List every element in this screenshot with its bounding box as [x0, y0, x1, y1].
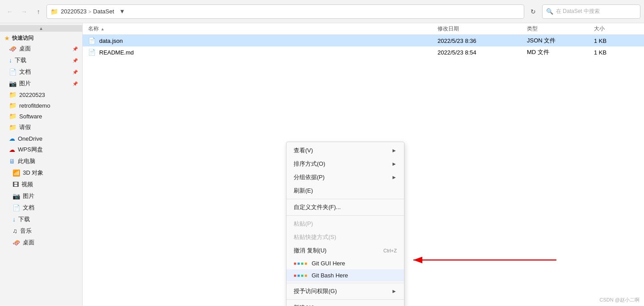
file-label-data-json: data.json	[99, 38, 123, 44]
watermark: CSDN @赵小二啊	[600, 297, 640, 303]
pictures-pc-icon: 📷	[13, 193, 20, 200]
sidebar-item-documents[interactable]: 📄 文档 📌	[0, 66, 82, 78]
ctx-label-undo: 撤消 复制(U)	[294, 247, 327, 255]
up-button[interactable]: ↑	[32, 5, 45, 18]
ctx-label-git-bash: Git Bash Here	[311, 272, 348, 279]
search-placeholder: 在 DataSet 中搜索	[556, 8, 600, 15]
sidebar-item-software[interactable]: 📁 Software	[0, 111, 82, 122]
col-modified-label: 修改日期	[438, 25, 459, 33]
sidebar-item-onedrive[interactable]: ☁ OneDrive	[0, 133, 82, 144]
ctx-label-paste-shortcut: 粘贴快捷方式(S)	[294, 233, 336, 241]
ctx-item-refresh[interactable]: 刷新(E)	[286, 184, 404, 197]
quick-access-section: ★ 快速访问	[0, 32, 82, 43]
context-menu: 查看(V) ► 排序方式(O) ► 分组依据(P) ► 刷新(E) 自定义文件夹…	[286, 142, 404, 306]
ctx-item-new[interactable]: 新建(W) ►	[286, 301, 404, 306]
downloads-pc-icon: ↓	[13, 216, 16, 223]
git-gui-icon: ■■■■	[294, 261, 307, 266]
desktop-pc-icon: 🛷	[13, 239, 20, 246]
col-name-label: 名称	[88, 25, 99, 33]
address-crumb: 20220523 > DataSet	[61, 8, 114, 15]
col-type[interactable]: 类型	[527, 25, 594, 33]
documents-icon: 📄	[9, 68, 17, 75]
sidebar-item-label-onedrive: OneDrive	[18, 135, 42, 142]
sidebar-item-label-desktop-pc: 桌面	[23, 239, 34, 247]
ctx-item-customize[interactable]: 自定义文件夹(F)...	[286, 201, 404, 214]
ctx-label-grant: 授予访问权限(G)	[294, 287, 337, 295]
file-row-readme[interactable]: 📄 README.md 2022/5/23 8:54 MD 文件 1 KB	[83, 46, 644, 58]
sidebar-item-desktop[interactable]: 🛷 桌面 📌	[0, 43, 82, 54]
sort-arrow-name: ▲	[101, 27, 105, 31]
sidebar-item-label-software: Software	[19, 113, 42, 120]
folder-icon-4: 📁	[9, 124, 17, 131]
ctx-item-paste-shortcut[interactable]: 粘贴快捷方式(S)	[286, 231, 404, 244]
file-type-data-json: JSON 文件	[527, 37, 594, 45]
address-folder-icon: 📁	[51, 8, 58, 15]
video-icon: 🎞	[13, 181, 19, 188]
file-row-data-json[interactable]: 📄 data.json 2022/5/23 8:36 JSON 文件 1 KB	[83, 35, 644, 46]
sidebar-item-downloads-pc[interactable]: ↓ 下载	[0, 214, 82, 225]
forward-button[interactable]: →	[18, 5, 30, 18]
desktop-icon: 🛷	[9, 45, 17, 52]
col-name[interactable]: 名称 ▲	[88, 25, 438, 33]
folder-icon-1: 📁	[9, 91, 17, 98]
sidebar-item-retrofitdemo[interactable]: 📁 retrofitdemo	[0, 100, 82, 111]
sidebar-scroll-up[interactable]: ▲	[0, 25, 82, 32]
pin-icon: 📌	[72, 46, 78, 51]
ctx-label-paste: 粘贴(P)	[294, 220, 313, 228]
sidebar-item-3d[interactable]: 📶 3D 对象	[0, 167, 82, 179]
address-dropdown-button[interactable]: ▼	[117, 5, 127, 18]
sidebar-item-pictures[interactable]: 📷 图片 📌	[0, 78, 82, 89]
sidebar-item-pictures-pc[interactable]: 📷 图片	[0, 190, 82, 202]
sidebar-item-label-retrofitdemo: retrofitdemo	[19, 102, 50, 109]
sidebar-item-label-downloads: 下载	[15, 56, 26, 64]
ctx-arrow-sort: ►	[391, 161, 397, 167]
sidebar-item-downloads[interactable]: ↓ 下载 📌	[0, 54, 82, 66]
sidebar-item-wps[interactable]: ☁ WPS网盘	[0, 144, 82, 155]
sidebar-item-label-music: 音乐	[20, 227, 32, 235]
sidebar-item-label-desktop: 桌面	[19, 45, 31, 53]
ctx-item-view[interactable]: 查看(V) ►	[286, 144, 404, 157]
sidebar-item-20220523[interactable]: 📁 20220523	[0, 89, 82, 100]
ctx-item-paste[interactable]: 粘贴(P)	[286, 217, 404, 231]
3d-icon: 📶	[13, 169, 20, 176]
music-icon: ♫	[13, 227, 17, 235]
sidebar-item-thispc[interactable]: 🖥 此电脑	[0, 155, 82, 167]
sidebar-item-qingjia[interactable]: 📁 请假	[0, 122, 82, 133]
refresh-button[interactable]: ↻	[526, 4, 540, 19]
sidebar-item-label-thispc: 此电脑	[18, 157, 35, 165]
ctx-label-customize: 自定义文件夹(F)...	[294, 203, 341, 211]
computer-icon: 🖥	[9, 158, 15, 165]
download-icon: ↓	[9, 57, 12, 64]
sidebar-item-video[interactable]: 🎞 视频	[0, 179, 82, 190]
ctx-item-group[interactable]: 分组依据(P) ►	[286, 171, 404, 184]
file-icon-json: 📄	[88, 37, 96, 44]
sidebar-item-documents-pc[interactable]: 📄 文档	[0, 202, 82, 214]
address-bar[interactable]: 📁 20220523 > DataSet ▼	[46, 4, 524, 19]
titlebar: ← → ↑ 📁 20220523 > DataSet ▼ ↻ 🔍 在 DataS…	[0, 0, 644, 23]
ctx-arrow-view: ►	[391, 147, 397, 154]
col-modified[interactable]: 修改日期	[438, 25, 527, 33]
ctx-item-grant[interactable]: 授予访问权限(G) ►	[286, 285, 404, 298]
sidebar-item-label-pictures: 图片	[19, 80, 31, 88]
sidebar-item-label-qingjia: 请假	[19, 123, 31, 131]
ctx-arrow-group: ►	[391, 174, 397, 180]
back-button[interactable]: ←	[4, 5, 16, 18]
sidebar-item-label-20220523: 20220523	[19, 92, 45, 98]
column-headers: 名称 ▲ 修改日期 类型 大小	[83, 23, 644, 35]
sidebar-item-label-downloads-pc: 下载	[18, 215, 30, 223]
ctx-label-refresh: 刷新(E)	[294, 187, 313, 195]
pin-icon-dl: 📌	[72, 58, 78, 63]
ctx-label-group: 分组依据(P)	[294, 173, 324, 181]
ctx-item-undo[interactable]: 撤消 复制(U) Ctrl+Z	[286, 244, 404, 257]
col-size[interactable]: 大小	[594, 25, 639, 33]
content-area: 名称 ▲ 修改日期 类型 大小 📄 data.json 2022/5/23 8:…	[83, 23, 644, 306]
sidebar-item-desktop-pc[interactable]: 🛷 桌面	[0, 237, 82, 248]
ctx-item-sort[interactable]: 排序方式(O) ►	[286, 157, 404, 171]
sidebar-item-music[interactable]: ♫ 音乐	[0, 225, 82, 237]
onedrive-icon: ☁	[9, 135, 15, 142]
file-icon-md: 📄	[88, 49, 96, 56]
ctx-item-git-gui[interactable]: ■■■■ Git GUI Here	[286, 257, 404, 269]
search-bar[interactable]: 🔍 在 DataSet 中搜索	[542, 4, 640, 19]
ctx-item-git-bash[interactable]: ■■■■ Git Bash Here	[286, 269, 404, 281]
folder-icon-2: 📁	[9, 102, 17, 109]
